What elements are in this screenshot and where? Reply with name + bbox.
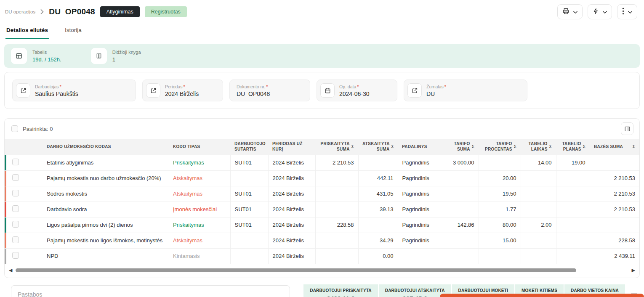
cell-period: 2024 Birželis (268, 170, 315, 186)
scrollbar-track[interactable] (16, 268, 628, 272)
column-header[interactable]: DARBUOTOJO SUTARTIS (230, 139, 268, 155)
cell-tabelio_planas (556, 217, 590, 233)
breadcrumb[interactable]: DU operacijos (5, 9, 35, 14)
cell-bazes_suma: 2 210.53 (590, 202, 639, 217)
document-form: Darbuotojas* Saulius Paukštis Periodas* … (4, 72, 640, 109)
cell-tarifo_suma (440, 248, 479, 264)
cell-priskaityta (315, 248, 358, 264)
table-row[interactable]: Etatinis atlyginimasPriskaitymasSUT01202… (5, 155, 639, 170)
kebab-icon (622, 8, 624, 16)
row-checkbox[interactable] (12, 205, 19, 212)
column-header[interactable]: BAZĖS SUMAΣ (590, 139, 639, 155)
sum-icon: Σ (350, 144, 354, 149)
info-banner: Tabelis 19d. / 152h. Didžioji knyga 1 (4, 44, 640, 68)
scrollbar-thumb[interactable] (16, 268, 576, 272)
scroll-right-arrow[interactable]: ▶ (632, 268, 635, 273)
cell-tarifo_procentas: 80.00 (479, 217, 521, 233)
cell-priskaityta: 228.58 (315, 217, 358, 233)
row-accent-bar (5, 202, 6, 217)
column-header[interactable]: TABELIO PLANASΣ (556, 139, 590, 155)
row-accent-bar (5, 249, 6, 264)
chevron-right-icon (40, 9, 44, 14)
field-value: DU (426, 90, 446, 97)
row-checkbox[interactable] (12, 174, 19, 181)
payroll-lines-table: DARBO UŽMOKESČIO KODASKODO TIPASDARBUOTO… (5, 139, 639, 264)
cell-period: 2024 Birželis (268, 233, 315, 248)
summary-label: MOKĖTI KITIEMS (522, 288, 557, 293)
cell-code: Ligos pašalpa pirmos dvi (2) dienos (38, 217, 169, 233)
cell-tarifo_suma (440, 233, 479, 248)
table-row[interactable]: Ligos pašalpa pirmos dvi (2) dienosPrisk… (5, 217, 639, 233)
external-link-icon (16, 83, 30, 98)
cell-tarifo_procentas: 15.00 (479, 233, 521, 248)
summary-label: DARBUOTOJUI MOKĖTI (458, 288, 508, 293)
sum-icon: Σ (548, 144, 552, 149)
cell-code: Etatinis atlyginimas (38, 155, 169, 170)
field-value: Saulius Paukštis (35, 90, 78, 97)
column-settings-button[interactable] (621, 122, 633, 135)
row-checkbox[interactable] (12, 159, 19, 165)
column-header[interactable]: TARIFO PROCENTASΣ (479, 139, 521, 155)
row-checkbox[interactable] (12, 190, 19, 196)
field-value: 2024 Birželis (165, 90, 199, 97)
cell-priskaityta (315, 202, 358, 217)
row-select-cell (5, 217, 38, 233)
cell-tabelio_planas (556, 170, 590, 186)
row-select-cell (5, 233, 38, 248)
table-row[interactable]: Pajamų mokestis nuo ligos išmokos, motin… (5, 233, 639, 248)
ledger-icon (91, 48, 107, 64)
cell-period: 2024 Birželis (268, 217, 315, 233)
cell-tabelio_laikas (521, 248, 556, 264)
tabs: Detalios eilutės Istorija (0, 23, 644, 39)
cell-atskaityta: 39.13 (358, 202, 398, 217)
column-header[interactable]: PRISKAITYTA SUMAΣ (315, 139, 358, 155)
print-button[interactable] (557, 4, 583, 19)
page-title: DU_OP0048 (49, 7, 95, 16)
field-op-data[interactable]: Op. data* 2024-06-30 (317, 80, 397, 101)
row-checkbox[interactable] (12, 236, 19, 243)
cell-priskaityta (315, 233, 358, 248)
tab-detail-lines[interactable]: Detalios eilutės (5, 23, 49, 39)
bottom-orange-bar[interactable] (440, 294, 644, 297)
column-header[interactable]: PERIODAS UŽ KURĮ (268, 139, 315, 155)
banner-label: Didžioji knyga (112, 50, 141, 55)
table-row[interactable]: Pajamų mokestis nuo darbo užmokesčio (20… (5, 170, 639, 186)
row-checkbox[interactable] (12, 221, 19, 228)
cell-tabelio_laikas (521, 186, 556, 202)
sum-icon: Σ (512, 144, 516, 149)
banner-item-didzioji-knyga: Didžioji knyga 1 (91, 48, 141, 64)
cell-code: Darbdavio sodra (38, 202, 169, 217)
quick-actions-button[interactable] (588, 4, 612, 19)
tab-history[interactable]: Istorija (64, 23, 82, 39)
column-header[interactable]: KODO TIPAS (169, 139, 230, 155)
field-darbuotojas[interactable]: Darbuotojas* Saulius Paukštis (12, 80, 136, 101)
column-header[interactable]: PADALINYS (398, 139, 440, 155)
select-all-checkbox[interactable] (11, 125, 18, 132)
cell-atskaityta (358, 217, 398, 233)
cell-tabelio_laikas (521, 170, 556, 186)
cell-period: 2024 Birželis (268, 202, 315, 217)
banner-value: 1 (112, 56, 141, 63)
cell-type: Priskaitymas (169, 217, 230, 233)
cell-tabelio_planas (556, 233, 590, 248)
banner-item-tabelis: Tabelis 19d. / 152h. (11, 48, 61, 64)
cell-type: Priskaitymas (169, 155, 230, 170)
field-dokumento-nr[interactable]: Dokumento nr.* DU_OP0048 (229, 80, 310, 101)
table-row[interactable]: Sodros mokestisAtskaitymasSUT012024 Birž… (5, 186, 639, 202)
column-header[interactable]: DARBO UŽMOKESČIO KODAS (38, 139, 169, 155)
scroll-left-arrow[interactable]: ◀ (9, 268, 12, 273)
column-header[interactable]: ATSKAITYTA SUMAΣ (358, 139, 398, 155)
cell-tarifo_procentas: 1.77 (479, 202, 521, 217)
cell-bazes_suma: 2 210.53 (590, 186, 639, 202)
more-menu-button[interactable] (617, 4, 637, 19)
sum-icon: Σ (470, 144, 474, 149)
table-row[interactable]: Darbdavio sodraĮmonės mokesčiaiSUT012024… (5, 202, 639, 217)
column-header[interactable]: TABELIO LAIKASΣ (521, 139, 556, 155)
cell-tarifo_procentas (479, 155, 521, 170)
column-header[interactable]: TARIFO SUMAΣ (440, 139, 479, 155)
row-checkbox[interactable] (12, 252, 19, 259)
field-periodas[interactable]: Periodas* 2024 Birželis (142, 80, 223, 101)
table-row[interactable]: NPDKintamasis2024 Birželis0.002 439.11 (5, 248, 639, 264)
field-zurnalas[interactable]: Žurnalas* DU (404, 80, 527, 101)
notes-input[interactable] (11, 285, 290, 297)
